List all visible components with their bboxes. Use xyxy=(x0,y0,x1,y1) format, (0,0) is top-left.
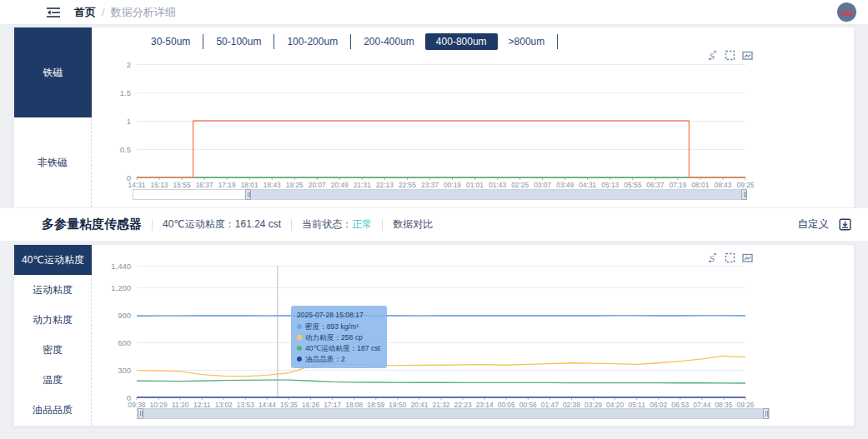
svg-text:0.5: 0.5 xyxy=(120,145,131,154)
tab-separator xyxy=(557,34,558,49)
series-dot xyxy=(297,324,302,329)
svg-text:09:25: 09:25 xyxy=(737,181,755,189)
tooltip-row: 油品品质：2 xyxy=(297,354,380,365)
save-image-icon[interactable] xyxy=(742,50,753,61)
sidebar-tab-item[interactable]: 运动粘度 xyxy=(14,275,91,305)
customize-button[interactable]: 自定义 xyxy=(798,217,830,232)
svg-text:2: 2 xyxy=(127,60,131,69)
chart2-toolbox: S xyxy=(707,252,753,263)
tab-separator xyxy=(350,34,351,49)
tooltip-row: 40℃运动粘度：187 cst xyxy=(297,343,380,354)
svg-text:1,440: 1,440 xyxy=(111,262,131,271)
svg-text:900: 900 xyxy=(118,311,131,320)
svg-text:01:01: 01:01 xyxy=(466,181,484,189)
svg-text:600: 600 xyxy=(118,338,131,347)
size-tab[interactable]: 200-400um xyxy=(353,33,425,50)
sidebar-tab-item[interactable]: 密度 xyxy=(14,336,91,366)
breadcrumb-home[interactable]: 首页 xyxy=(74,5,96,20)
svg-text:0: 0 xyxy=(127,173,131,182)
restore-icon[interactable]: S xyxy=(707,252,718,263)
chart1-datazoom-slider[interactable] xyxy=(133,189,747,200)
data-compare-link[interactable]: 数据对比 xyxy=(393,217,433,232)
viscosity-panel: 40℃运动粘度运动粘度动力粘度密度温度油品品质 S 03006009001,20… xyxy=(13,244,855,427)
sidebar-tab-active[interactable]: 40℃运动粘度 xyxy=(14,245,92,275)
chart1-toolbox: S xyxy=(707,50,753,61)
viscosity-section-header: 多参量粘度传感器 40℃运动粘度：161.24 cst 当前状态：正常 数据对比… xyxy=(0,208,868,241)
section-title: 多参量粘度传感器 xyxy=(42,217,142,232)
svg-text:15:55: 15:55 xyxy=(173,181,191,189)
svg-text:01:43: 01:43 xyxy=(489,181,506,189)
avatar-logo-text: INEEC xyxy=(840,9,854,14)
breadcrumb-separator: / xyxy=(102,6,105,18)
svg-text:23:37: 23:37 xyxy=(421,181,439,189)
size-tab[interactable]: 50-100um xyxy=(205,33,272,50)
size-tab[interactable]: 30-50um xyxy=(140,33,201,50)
datazoom-selected-range[interactable] xyxy=(248,190,746,199)
svg-text:08:01: 08:01 xyxy=(691,181,709,189)
export-icon[interactable] xyxy=(839,218,851,231)
datazoom-right-handle[interactable] xyxy=(741,189,747,200)
svg-text:300: 300 xyxy=(118,366,131,375)
panel2-sidebar: 40℃运动粘度运动粘度动力粘度密度温度油品品质 xyxy=(14,245,92,426)
svg-text:17:19: 17:19 xyxy=(218,181,236,189)
tooltip-row: 动力粘度：258 cp xyxy=(297,332,380,343)
avatar[interactable]: INEEC xyxy=(837,2,856,22)
sidebar-tab-item[interactable]: 动力粘度 xyxy=(14,305,91,335)
topbar: 首页 / 数据分析详细 INEEC xyxy=(0,0,868,25)
chart-tooltip: 2025-07-28 15:08:17 密度：893 kg/m³动力粘度：258… xyxy=(291,306,387,368)
restore-icon[interactable]: S xyxy=(707,50,718,61)
datazoom-left-handle[interactable] xyxy=(138,408,143,419)
svg-text:1,200: 1,200 xyxy=(111,283,131,292)
svg-text:1: 1 xyxy=(127,117,131,126)
sidebar-tab-item[interactable]: 温度 xyxy=(14,366,91,396)
svg-text:02:25: 02:25 xyxy=(511,181,529,189)
datazoom-selected-range[interactable] xyxy=(139,409,767,418)
datazoom-select-icon[interactable] xyxy=(725,50,735,61)
svg-text:05:55: 05:55 xyxy=(624,181,641,189)
tab-separator xyxy=(203,34,203,49)
svg-text:07:19: 07:19 xyxy=(669,181,686,189)
divider xyxy=(291,219,292,231)
svg-text:06:37: 06:37 xyxy=(646,181,664,189)
svg-text:1.5: 1.5 xyxy=(120,88,131,97)
svg-text:04:31: 04:31 xyxy=(579,181,596,189)
chart2-datazoom-slider[interactable] xyxy=(137,408,770,419)
save-image-icon[interactable] xyxy=(742,252,753,263)
svg-text:03:49: 03:49 xyxy=(556,181,574,189)
svg-text:18:43: 18:43 xyxy=(263,181,281,189)
sidebar-tab-active[interactable]: 铁磁 xyxy=(14,27,92,117)
svg-text:16:37: 16:37 xyxy=(196,181,213,189)
current-status: 当前状态：正常 xyxy=(302,217,372,232)
svg-text:05:13: 05:13 xyxy=(601,181,619,189)
panel1-sidebar: 铁磁非铁磁 xyxy=(14,27,92,207)
status-badge: 正常 xyxy=(352,218,372,230)
datazoom-select-icon[interactable] xyxy=(725,252,735,263)
datazoom-left-handle[interactable] xyxy=(245,189,251,200)
ferromagnetic-panel: 铁磁非铁磁 30-50um50-100um100-200um200-400um4… xyxy=(13,27,855,208)
svg-text:22:55: 22:55 xyxy=(399,181,416,189)
datazoom-right-handle[interactable] xyxy=(763,408,769,419)
divider xyxy=(382,219,383,231)
breadcrumb-current: 数据分析详细 xyxy=(111,5,176,20)
svg-text:0: 0 xyxy=(127,393,131,402)
svg-text:22:13: 22:13 xyxy=(376,181,394,189)
size-tab[interactable]: 100-200um xyxy=(276,33,349,50)
panel2-content: S 03006009001,2001,44009:3810:2911:2012:… xyxy=(92,245,854,426)
metric-40c-viscosity: 40℃运动粘度：161.24 cst xyxy=(163,217,281,232)
svg-text:03:07: 03:07 xyxy=(534,181,551,189)
tab-separator xyxy=(273,34,274,49)
ferromagnetic-chart[interactable]: 00.511.5214:3115:1315:5516:3717:1918:011… xyxy=(92,56,856,199)
sidebar-tab-item[interactable]: 非铁磁 xyxy=(14,117,91,207)
tooltip-timestamp: 2025-07-28 15:08:17 xyxy=(297,310,380,321)
size-tab[interactable]: >800um xyxy=(498,33,556,50)
viscosity-chart[interactable]: 03006009001,2001,44009:3810:2911:2012:11… xyxy=(92,258,856,418)
divider xyxy=(152,219,153,231)
size-tab-active[interactable]: 400-800um xyxy=(425,33,498,50)
svg-text:00:19: 00:19 xyxy=(444,181,461,189)
sidebar-tab-item[interactable]: 油品品质 xyxy=(14,396,91,426)
svg-text:15:13: 15:13 xyxy=(151,181,168,189)
panel1-content: 30-50um50-100um100-200um200-400um400-800… xyxy=(92,27,854,207)
svg-text:20:07: 20:07 xyxy=(309,181,326,189)
svg-text:14:31: 14:31 xyxy=(128,181,146,189)
collapse-menu-icon[interactable] xyxy=(47,7,61,18)
